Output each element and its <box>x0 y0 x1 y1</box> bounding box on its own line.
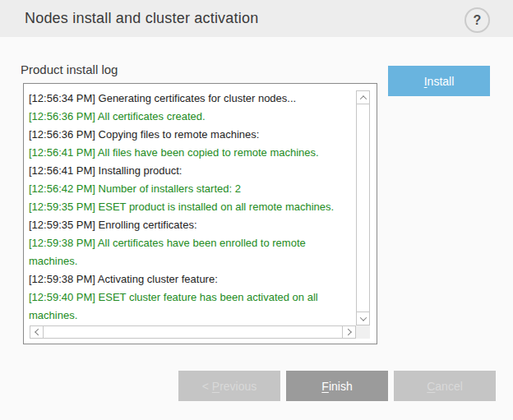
wizard-dialog: Nodes install and cluster activation ? P… <box>0 0 513 420</box>
previous-button-prefix: < <box>202 380 212 393</box>
log-lines-container: [12:56:34 PM] Generating certificates fo… <box>29 90 357 325</box>
previous-button-accel: P <box>212 380 220 393</box>
product-install-log-listbox[interactable]: [12:56:34 PM] Generating certificates fo… <box>23 83 377 344</box>
log-line: [12:59:38 PM] All certificates have been… <box>29 234 357 270</box>
horizontal-scrollbar-thumb[interactable] <box>44 326 342 338</box>
chevron-up-icon <box>359 95 366 102</box>
log-line: [12:56:41 PM] All files have been copied… <box>29 144 357 162</box>
dialog-header: Nodes install and cluster activation ? <box>0 0 513 37</box>
finish-button-accel: F <box>321 380 329 393</box>
chevron-right-icon <box>344 329 351 335</box>
log-line: [12:59:38 PM] Activating cluster feature… <box>29 270 357 288</box>
install-button-label: nstall <box>428 75 455 88</box>
log-section-label: Product install log <box>21 62 118 76</box>
cancel-button-label: ancel <box>435 380 462 393</box>
chevron-left-icon <box>35 329 41 335</box>
horizontal-scrollbar[interactable] <box>30 325 356 339</box>
help-icon[interactable]: ? <box>464 7 490 33</box>
previous-button[interactable]: < Previous <box>178 371 280 401</box>
vertical-scrollbar[interactable] <box>356 90 370 325</box>
log-line: [12:59:35 PM] ESET product is installed … <box>29 198 357 216</box>
vertical-scrollbar-thumb[interactable] <box>357 104 369 312</box>
cancel-button-accel: C <box>427 380 435 393</box>
finish-button[interactable]: Finish <box>286 371 388 401</box>
page-title: Nodes install and cluster activation <box>25 0 258 37</box>
scroll-up-button[interactable] <box>357 91 369 104</box>
install-button[interactable]: Install <box>388 66 490 96</box>
log-line: [12:56:36 PM] Copying files to remote ma… <box>29 126 357 144</box>
log-line: [12:56:34 PM] Generating certificates fo… <box>29 90 357 108</box>
previous-button-label: revious <box>220 380 256 393</box>
scroll-down-button[interactable] <box>357 312 369 325</box>
scroll-right-button[interactable] <box>342 326 355 338</box>
log-line: [12:59:40 PM] ESET cluster feature has b… <box>29 288 357 325</box>
scroll-left-button[interactable] <box>30 326 44 338</box>
log-line: [12:56:41 PM] Installing product: <box>29 162 357 180</box>
log-line: [12:56:36 PM] All certificates created. <box>29 108 357 126</box>
chevron-down-icon <box>359 314 366 321</box>
log-line: [12:59:35 PM] Enrolling certificates: <box>29 216 357 234</box>
finish-button-label: inish <box>329 380 353 393</box>
log-line: [12:56:42 PM] Number of installers start… <box>29 180 357 198</box>
scrollbar-corner <box>356 325 370 339</box>
cancel-button[interactable]: Cancel <box>394 371 496 401</box>
